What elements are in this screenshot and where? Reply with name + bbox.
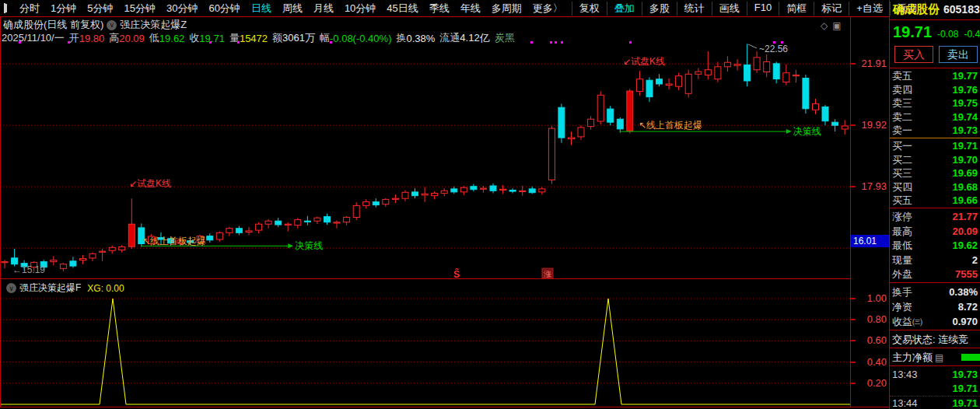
bid-row[interactable]: 买三19.69 <box>890 166 980 180</box>
period-tab-多周期[interactable]: 多周期 <box>486 2 527 16</box>
bid-row[interactable]: 买五19.66 <box>890 194 980 208</box>
stat-row: 净资8.72 <box>890 299 980 314</box>
candlestick-chart[interactable]: 决策线决策线↙试盘K线↖线上首板起爆←15.19↙试盘K线↖线上首板起爆~22.… <box>0 39 850 278</box>
ask-row[interactable]: 卖二19.74 <box>890 110 980 124</box>
ask-row[interactable]: 卖三19.75 <box>890 96 980 110</box>
axis-tick <box>851 362 856 363</box>
bid-row-label: 买一 <box>892 139 912 153</box>
stat-row: 收益㈢0.970 <box>890 314 980 329</box>
toolbar-button-多股[interactable]: 多股 <box>642 2 677 16</box>
sub-indicator-chart[interactable] <box>0 278 850 407</box>
sub-indicator-dropdown-icon[interactable]: ∨ <box>6 283 16 293</box>
period-tab-15分钟[interactable]: 15分钟 <box>118 2 160 16</box>
stock-code: 605183 <box>943 3 980 16</box>
toolbar-button-简框[interactable]: 简框 <box>779 2 814 16</box>
bid-row-value: 19.68 <box>952 180 978 194</box>
tick-time: 13:44 <box>892 397 918 409</box>
stat-row-value: 20.09 <box>952 225 978 239</box>
chart-annotation: ~22.56 <box>759 44 788 54</box>
period-tab-1分钟[interactable]: 1分钟 <box>45 2 82 16</box>
chart-sub-divider <box>0 278 850 279</box>
price-change-pct: -0.40% <box>964 29 980 40</box>
sub-axis-label: 0.80 <box>856 313 887 325</box>
tick-price: 19.71 <box>952 397 978 409</box>
ask-levels: 卖五19.77卖四19.76卖三19.75卖二19.74卖一19.73 <box>890 69 980 138</box>
sub-axis-label: 1.00 <box>856 292 887 304</box>
diamond-icon[interactable]: ◇ <box>821 20 828 31</box>
toolbar-button-复权[interactable]: 复权 <box>572 2 607 16</box>
sub-axis-label: 0.60 <box>856 334 887 346</box>
toolbar-button-统计[interactable]: 统计 <box>677 2 712 16</box>
list-icon: ▤ <box>935 352 943 363</box>
axis-tick <box>851 124 856 126</box>
ask-row-label: 卖一 <box>892 124 912 138</box>
stat-row: 最低19.62 <box>890 239 980 253</box>
ask-row[interactable]: 卖四19.76 <box>890 83 980 97</box>
toolbar-button-叠加[interactable]: 叠加 <box>607 2 642 16</box>
main-net-row[interactable]: 主力净额 ▤ <box>892 351 943 365</box>
main-net-label: 主力净额 <box>892 351 933 365</box>
stat-row: 现量2 <box>890 253 980 268</box>
stat-row-label: 收益㈢ <box>892 314 922 329</box>
period-tab-60分钟[interactable]: 60分钟 <box>203 2 245 16</box>
chart-right-border <box>850 17 851 407</box>
period-tab-年线[interactable]: 年线 <box>455 2 486 16</box>
chart-annotation: ↖线上首板起爆 <box>639 120 702 131</box>
period-tab-45日线[interactable]: 45日线 <box>381 2 423 16</box>
period-tab-30分钟[interactable]: 30分钟 <box>161 2 203 16</box>
bid-row[interactable]: 买二19.70 <box>890 153 980 167</box>
toolbar-button-+自选[interactable]: +自选 <box>849 2 890 16</box>
last-price: 19.71 <box>893 23 932 41</box>
stock-name: 确成股份 <box>893 2 940 16</box>
quote-stats-2: 换手0.38%净资8.72收益㈢0.970 <box>890 285 980 329</box>
frame-icon[interactable]: ▣ <box>832 20 841 31</box>
stat-row-value: 7555 <box>955 267 978 282</box>
chart-annotation: ↖线上首板起爆 <box>142 236 206 246</box>
mid-price-divider <box>890 138 980 138</box>
sub-indicator-header: ∨ 强庄决策起爆F XG: 0.00 <box>3 281 124 295</box>
ask-row[interactable]: 卖一19.73 <box>890 124 980 138</box>
bid-row-label: 买五 <box>892 194 912 208</box>
sub-indicator-value: XG: 0.00 <box>87 283 124 294</box>
quote-panel-header: 确成股份605183 <box>893 2 980 17</box>
period-tab-日线[interactable]: 日线 <box>246 2 277 16</box>
toolbar-button-画线[interactable]: 画线 <box>712 2 747 16</box>
indicator-dropdown-icon[interactable]: ∨ <box>107 20 117 30</box>
main-indicator-name: 强庄决策起爆Z <box>120 18 187 32</box>
stat-row-label: 最低 <box>892 239 912 253</box>
chart-annotation: ↙试盘K线 <box>623 56 665 67</box>
buy-button[interactable]: 买入 <box>894 46 933 63</box>
axis-tick <box>851 319 856 320</box>
period-tab-5分钟[interactable]: 5分钟 <box>82 2 118 16</box>
ask-row-value: 19.77 <box>952 69 978 83</box>
main-axis-label: 19.92 <box>856 119 887 131</box>
toolbar: 分时1分钟5分钟15分钟30分钟60分钟日线周线月线10分钟45日线季线年线多周… <box>0 0 889 17</box>
stat-row-value: 0.970 <box>952 314 978 329</box>
trading-app-window: 分时1分钟5分钟15分钟30分钟60分钟日线周线月线10分钟45日线季线年线多周… <box>0 0 980 409</box>
last-price-row: 19.71 -0.08 -0.40% <box>893 23 980 41</box>
period-tab-月线[interactable]: 月线 <box>308 2 339 16</box>
ask-row-label: 卖五 <box>892 69 912 83</box>
stat-row-label: 外盘 <box>892 267 912 282</box>
ask-row-label: 卖四 <box>892 83 912 97</box>
limit-up-marker: 涨 <box>544 270 551 278</box>
main-axis-label: 21.91 <box>856 58 887 69</box>
stat-row: 涨停21.77 <box>890 210 980 225</box>
toolbar-button-F10[interactable]: F10 <box>747 2 779 16</box>
period-tabs: 分时1分钟5分钟15分钟30分钟60分钟日线周线月线10分钟45日线季线年线多周… <box>14 2 569 16</box>
period-tab-分时[interactable]: 分时 <box>14 2 45 16</box>
period-tab-周线[interactable]: 周线 <box>277 2 308 16</box>
axis-tick <box>851 298 856 299</box>
ask-row[interactable]: 卖五19.77 <box>890 69 980 83</box>
tick-price: 19.73 <box>952 368 978 382</box>
toolbar-button-标记[interactable]: 标记 <box>814 2 849 16</box>
bid-row[interactable]: 买四19.68 <box>890 180 980 194</box>
sidebar-toggle-icon[interactable] <box>4 3 5 13</box>
bid-row[interactable]: 买一19.71 <box>890 139 980 153</box>
period-tab-季线[interactable]: 季线 <box>424 2 455 16</box>
period-tab-10分钟[interactable]: 10分钟 <box>339 2 381 16</box>
sell-button[interactable]: 卖出 <box>939 46 978 63</box>
chart-annotation: ↙试盘K线 <box>129 178 171 189</box>
stat-row: 最高20.09 <box>890 225 980 239</box>
period-tab-更多〉[interactable]: 更多〉 <box>527 2 569 16</box>
